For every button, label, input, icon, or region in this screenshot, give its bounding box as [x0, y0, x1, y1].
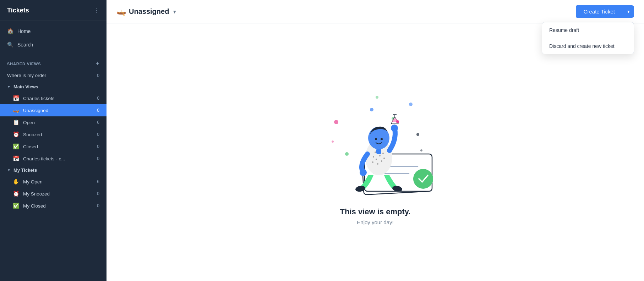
sidebar: Tickets ⋮ 🏠 Home 🔍 Search SHARED VIEWS +… [0, 0, 107, 281]
svg-point-8 [376, 96, 378, 99]
view-item-open[interactable]: 📋 Open 6 [0, 116, 107, 128]
sidebar-menu-icon[interactable]: ⋮ [93, 6, 99, 14]
my-snoozed-icon: ⏰ [13, 191, 20, 197]
dropdown-item-resume-draft[interactable]: Resume draft [542, 22, 634, 38]
shared-views-section: SHARED VIEWS + [0, 55, 107, 70]
view-label: My Snoozed [23, 191, 94, 197]
svg-point-13 [413, 169, 433, 189]
view-label: My Open [23, 179, 94, 184]
svg-point-2 [409, 103, 413, 106]
svg-rect-34 [376, 149, 381, 154]
view-item-closed[interactable]: ✅ Closed 0 [0, 140, 107, 153]
svg-point-30 [396, 120, 399, 123]
group-my-tickets-label: My Tickets [13, 167, 37, 173]
sidebar-title: Tickets [7, 7, 29, 14]
svg-point-6 [420, 149, 422, 151]
page-title: Unassigned [129, 7, 169, 16]
view-label: Unassigned [23, 108, 94, 113]
svg-point-4 [345, 152, 349, 156]
home-icon: 🏠 [7, 28, 14, 34]
view-count: 0 [94, 144, 99, 149]
svg-point-19 [376, 159, 377, 160]
svg-point-18 [379, 155, 381, 156]
calendar2-icon: 📅 [13, 155, 20, 162]
svg-point-32 [375, 138, 377, 140]
sidebar-header: Tickets ⋮ [0, 0, 107, 21]
view-item-my-closed[interactable]: ✅ My Closed 0 [0, 200, 107, 212]
empty-state-title: This view is empty. [340, 207, 411, 216]
view-item-charles-tickets[interactable]: 📅 Charles tickets 0 [0, 92, 107, 104]
empty-state-subtitle: Enjoy your day! [357, 219, 393, 225]
dropdown-item-discard-create[interactable]: Discard and create new ticket [542, 38, 634, 54]
svg-point-20 [381, 160, 382, 162]
svg-point-1 [370, 108, 373, 111]
svg-point-24 [383, 158, 385, 159]
svg-point-22 [373, 156, 374, 158]
svg-point-7 [332, 140, 334, 143]
svg-point-21 [377, 163, 378, 165]
svg-point-3 [416, 133, 419, 136]
view-item-my-snoozed[interactable]: ⏰ My Snoozed 0 [0, 188, 107, 200]
svg-point-25 [372, 161, 373, 163]
topbar: 🛶 Unassigned ▾ Create Ticket ▾ [107, 0, 644, 23]
view-count: 0 [94, 132, 99, 137]
my-closed-icon: ✅ [13, 203, 20, 209]
page-icon: 🛶 [116, 7, 126, 16]
group-main-views-label: Main Views [13, 84, 38, 89]
view-count: 0 [94, 203, 99, 208]
shared-view-where-is-my-order[interactable]: Where is my order 0 [0, 70, 107, 81]
view-item-snoozed[interactable]: ⏰ Snoozed 0 [0, 128, 107, 140]
main-content: 🛶 Unassigned ▾ Create Ticket ▾ Resume dr… [107, 0, 644, 281]
chevron-down-icon: ▾ [173, 9, 176, 15]
view-label: Open [23, 120, 94, 125]
view-count: 0 [94, 108, 99, 113]
view-count: 6 [94, 120, 99, 125]
add-shared-view-icon[interactable]: + [95, 60, 99, 67]
view-item-charles-tickets-c[interactable]: 📅 Charles tickets - c... 0 [0, 153, 107, 165]
svg-point-26 [391, 125, 398, 132]
create-ticket-button[interactable]: Create Ticket [576, 5, 623, 18]
closed-icon: ✅ [13, 143, 20, 150]
view-item-my-open[interactable]: ✋ My Open 6 [0, 176, 107, 188]
empty-state: This view is empty. Enjoy your day! [107, 23, 644, 281]
topbar-actions: Create Ticket ▾ [576, 5, 634, 18]
chevron-icon: ▼ [7, 85, 11, 89]
create-ticket-dropdown-menu: Resume draft Discard and create new tick… [542, 22, 634, 54]
view-label: Snoozed [23, 132, 94, 137]
view-count: 0 [94, 96, 99, 101]
my-open-icon: ✋ [13, 178, 20, 185]
view-label: Closed [23, 144, 94, 149]
shared-views-label: SHARED VIEWS [7, 62, 41, 66]
svg-point-17 [375, 151, 376, 153]
chevron-icon: ▼ [7, 168, 11, 172]
group-header-main-views[interactable]: ▼ Main Views [0, 81, 107, 92]
shared-view-label: Where is my order [7, 73, 94, 78]
view-count: 6 [94, 179, 99, 184]
nav-item-search[interactable]: 🔍 Search [0, 38, 107, 51]
empty-illustration [308, 79, 443, 200]
unassigned-icon: 🛶 [13, 107, 20, 114]
shared-view-count: 0 [94, 73, 99, 78]
calendar-icon: 📅 [13, 95, 20, 101]
view-label: Charles tickets - c... [23, 156, 94, 161]
svg-point-0 [334, 120, 338, 124]
svg-point-27 [360, 169, 367, 176]
group-header-my-tickets[interactable]: ▼ My Tickets [0, 165, 107, 176]
create-ticket-dropdown-button[interactable]: ▾ [623, 5, 634, 18]
svg-point-33 [381, 138, 383, 140]
nav-search-label: Search [17, 42, 33, 48]
search-icon: 🔍 [7, 42, 14, 48]
svg-point-23 [382, 153, 384, 154]
view-label: My Closed [23, 203, 94, 209]
view-count: 0 [94, 156, 99, 161]
page-title-area[interactable]: 🛶 Unassigned ▾ [116, 7, 176, 16]
nav-home-label: Home [17, 28, 31, 34]
view-label: Charles tickets [23, 96, 94, 101]
sidebar-nav: 🏠 Home 🔍 Search [0, 21, 107, 55]
view-count: 0 [94, 191, 99, 196]
snoozed-icon: ⏰ [13, 131, 20, 138]
nav-item-home[interactable]: 🏠 Home [0, 24, 107, 38]
open-icon: 📋 [13, 119, 20, 126]
view-item-unassigned[interactable]: 🛶 Unassigned 0 [0, 104, 107, 116]
